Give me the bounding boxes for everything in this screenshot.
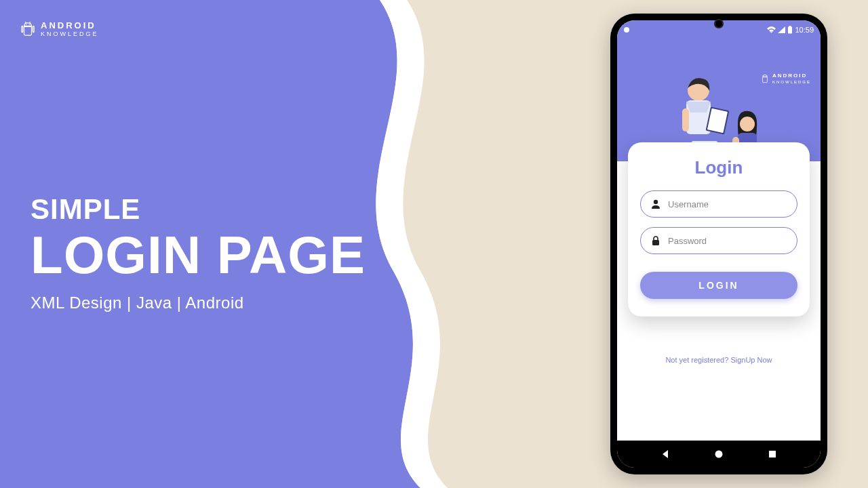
signal-icon [778, 26, 785, 33]
signup-link[interactable]: Not yet registered? SignUp Now [617, 356, 821, 364]
login-button[interactable]: LOGIN [640, 272, 797, 299]
svg-point-0 [26, 24, 26, 25]
android-icon [20, 20, 35, 38]
svg-rect-3 [788, 27, 792, 34]
status-dot-icon [624, 27, 629, 33]
android-nav-bar [617, 441, 821, 468]
svg-rect-4 [789, 26, 791, 27]
brand-logo: ANDROID KNOWLEDGE [20, 20, 99, 38]
status-time: 10:59 [795, 26, 814, 34]
username-input[interactable] [668, 199, 787, 209]
svg-point-1 [29, 24, 30, 25]
password-input[interactable] [668, 236, 787, 246]
brand-line1: ANDROID [41, 21, 99, 30]
battery-icon [787, 26, 793, 34]
svg-rect-12 [682, 108, 689, 131]
svg-rect-22 [769, 451, 776, 458]
headline-big: LOGIN PAGE [31, 228, 366, 281]
headline-block: SIMPLE LOGIN PAGE XML Design | Java | An… [31, 193, 366, 312]
phone-camera [714, 19, 724, 28]
headline-small: SIMPLE [31, 193, 366, 226]
person-icon [650, 199, 661, 209]
svg-point-19 [654, 200, 658, 204]
phone-frame: 10:59 ANDROID KNOWLEDGE [610, 14, 827, 474]
subheadline: XML Design | Java | Android [31, 293, 366, 312]
svg-rect-20 [652, 240, 659, 245]
svg-point-2 [771, 32, 772, 33]
nav-home-icon[interactable] [713, 449, 724, 460]
password-field[interactable] [640, 227, 797, 254]
username-field[interactable] [640, 190, 797, 218]
svg-point-14 [740, 117, 755, 131]
lock-icon [650, 235, 661, 246]
login-title: Login [640, 157, 797, 178]
login-card: Login LOGIN [628, 142, 810, 317]
brand-line2: KNOWLEDGE [41, 31, 99, 37]
nav-back-icon[interactable] [660, 449, 671, 460]
nav-recent-icon[interactable] [767, 449, 778, 460]
phone-screen: 10:59 ANDROID KNOWLEDGE [617, 20, 821, 468]
svg-point-21 [715, 451, 723, 458]
wifi-icon [767, 26, 776, 33]
